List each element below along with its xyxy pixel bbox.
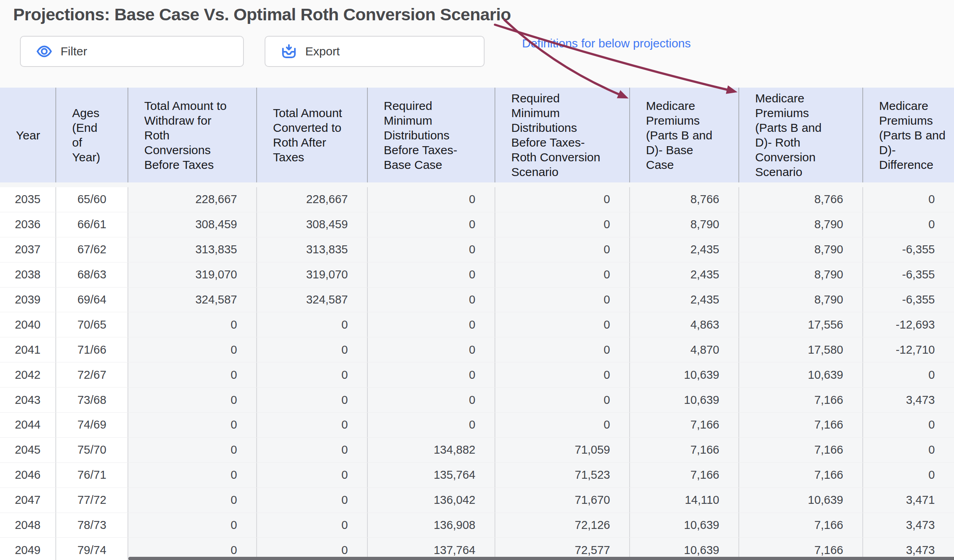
cell-rmd-base-case: 136,042 xyxy=(368,488,495,513)
cell-withdraw-roth-before-taxes: 0 xyxy=(128,513,257,538)
cell-ages: 70/65 xyxy=(56,312,128,337)
cell-ages: 76/71 xyxy=(56,463,128,488)
export-download-icon xyxy=(281,43,297,60)
cell-converted-roth-after-taxes: 308,459 xyxy=(257,212,368,237)
cell-year: 2040 xyxy=(0,312,56,337)
cell-medicare-difference: 0 xyxy=(863,438,954,462)
table-row-2043: 204373/68000010,6397,1663,473 xyxy=(0,388,954,413)
cell-year: 2035 xyxy=(0,187,56,212)
table-row-2045: 204575/7000134,88271,0597,1667,1660 xyxy=(0,438,954,463)
cell-year: 2042 xyxy=(0,362,56,387)
cell-year: 2037 xyxy=(0,237,56,262)
cell-rmd-roth-scenario: 0 xyxy=(495,337,630,362)
cell-medicare-roth-scenario: 10,639 xyxy=(739,488,863,513)
cell-rmd-roth-scenario: 0 xyxy=(495,187,630,212)
table-row-2038: 203868/63319,070319,070002,4358,790-6,35… xyxy=(0,262,954,288)
table-header-row: YearAges (End of Year)Total Amount to Wi… xyxy=(0,88,954,182)
cell-year: 2039 xyxy=(0,288,56,312)
cell-converted-roth-after-taxes: 319,070 xyxy=(257,262,368,287)
cell-year: 2046 xyxy=(0,463,56,488)
cell-medicare-roth-scenario: 7,166 xyxy=(739,513,863,538)
cell-medicare-difference: 3,473 xyxy=(863,513,954,538)
cell-rmd-roth-scenario: 0 xyxy=(495,262,630,287)
cell-medicare-roth-scenario: 8,790 xyxy=(739,212,863,237)
cell-converted-roth-after-taxes: 0 xyxy=(257,312,368,337)
cell-medicare-roth-scenario: 7,166 xyxy=(739,413,863,437)
cell-ages: 69/64 xyxy=(56,288,128,312)
filter-button[interactable]: Filter xyxy=(20,36,244,67)
cell-rmd-roth-scenario: 71,523 xyxy=(495,463,630,488)
cell-rmd-base-case: 136,908 xyxy=(368,513,495,538)
definitions-link[interactable]: Definitions for below projections xyxy=(522,37,691,50)
cell-ages: 65/60 xyxy=(56,187,128,212)
filter-button-label: Filter xyxy=(61,45,87,58)
cell-medicare-base-case: 8,790 xyxy=(630,212,739,237)
cell-ages: 72/67 xyxy=(56,362,128,387)
cell-rmd-base-case: 0 xyxy=(368,262,495,287)
table-row-2036: 203666/61308,459308,459008,7908,7900 xyxy=(0,212,954,237)
cell-converted-roth-after-taxes: 0 xyxy=(257,438,368,462)
cell-medicare-base-case: 2,435 xyxy=(630,237,739,262)
cell-medicare-roth-scenario: 7,166 xyxy=(739,463,863,488)
cell-year: 2045 xyxy=(0,438,56,462)
column-header-rmd-roth-scenario: Required Minimum Distributions Before Ta… xyxy=(495,88,630,182)
cell-rmd-base-case: 0 xyxy=(368,237,495,262)
cell-rmd-roth-scenario: 0 xyxy=(495,388,630,412)
cell-year: 2038 xyxy=(0,262,56,287)
cell-converted-roth-after-taxes: 0 xyxy=(257,362,368,387)
column-header-medicare-base-case: Medicare Premiums (Parts B and D)- Base … xyxy=(630,88,739,182)
table-row-2041: 204171/6600004,87017,580-12,710 xyxy=(0,337,954,362)
cell-medicare-difference: 0 xyxy=(863,187,954,212)
cell-ages: 66/61 xyxy=(56,212,128,237)
cell-rmd-base-case: 0 xyxy=(368,413,495,437)
cell-medicare-base-case: 10,639 xyxy=(630,513,739,538)
column-header-ages: Ages (End of Year) xyxy=(56,88,128,182)
cell-medicare-base-case: 7,166 xyxy=(630,438,739,462)
projections-page: Projections: Base Case Vs. Optimal Roth … xyxy=(0,0,954,560)
cell-converted-roth-after-taxes: 0 xyxy=(257,488,368,513)
cell-rmd-roth-scenario: 72,126 xyxy=(495,513,630,538)
eye-icon xyxy=(36,43,53,60)
cell-medicare-roth-scenario: 8,790 xyxy=(739,237,863,262)
cell-withdraw-roth-before-taxes: 308,459 xyxy=(128,212,257,237)
cell-converted-roth-after-taxes: 0 xyxy=(257,413,368,437)
table-row-2035: 203565/60228,667228,667008,7668,7660 xyxy=(0,187,954,212)
cell-converted-roth-after-taxes: 313,835 xyxy=(257,237,368,262)
cell-medicare-base-case: 7,166 xyxy=(630,463,739,488)
cell-withdraw-roth-before-taxes: 319,070 xyxy=(128,262,257,287)
table-body: 203565/60228,667228,667008,7668,76602036… xyxy=(0,182,954,560)
table-row-2048: 204878/7300136,90872,12610,6397,1663,473 xyxy=(0,513,954,538)
table-row-2042: 204272/67000010,63910,6390 xyxy=(0,362,954,388)
cell-ages: 77/72 xyxy=(56,488,128,513)
cell-withdraw-roth-before-taxes: 0 xyxy=(128,388,257,412)
cell-withdraw-roth-before-taxes: 228,667 xyxy=(128,187,257,212)
cell-medicare-base-case: 2,435 xyxy=(630,262,739,287)
cell-medicare-roth-scenario: 17,580 xyxy=(739,337,863,362)
cell-rmd-roth-scenario: 0 xyxy=(495,237,630,262)
cell-medicare-difference: 0 xyxy=(863,212,954,237)
annotation-arrow-to-medicare-base-case xyxy=(504,20,620,95)
cell-medicare-roth-scenario: 7,166 xyxy=(739,438,863,462)
cell-ages: 78/73 xyxy=(56,513,128,538)
cell-rmd-base-case: 0 xyxy=(368,337,495,362)
export-button[interactable]: Export xyxy=(265,36,485,67)
cell-rmd-roth-scenario: 71,059 xyxy=(495,438,630,462)
cell-medicare-base-case: 8,766 xyxy=(630,187,739,212)
table-row-2046: 204676/7100135,76471,5237,1667,1660 xyxy=(0,463,954,488)
cell-medicare-difference: 0 xyxy=(863,413,954,437)
cell-medicare-difference: 0 xyxy=(863,463,954,488)
cell-converted-roth-after-taxes: 228,667 xyxy=(257,187,368,212)
cell-medicare-difference: -12,693 xyxy=(863,312,954,337)
cell-medicare-difference: 3,473 xyxy=(863,388,954,412)
cell-medicare-roth-scenario: 17,556 xyxy=(739,312,863,337)
cell-medicare-roth-scenario: 7,166 xyxy=(739,388,863,412)
cell-withdraw-roth-before-taxes: 313,835 xyxy=(128,237,257,262)
horizontal-scrollbar-thumb[interactable] xyxy=(128,557,954,560)
cell-rmd-base-case: 135,764 xyxy=(368,463,495,488)
cell-withdraw-roth-before-taxes: 0 xyxy=(128,438,257,462)
cell-medicare-roth-scenario: 8,790 xyxy=(739,262,863,287)
table-row-2040: 204070/6500004,86317,556-12,693 xyxy=(0,312,954,337)
cell-withdraw-roth-before-taxes: 324,587 xyxy=(128,288,257,312)
cell-rmd-base-case: 0 xyxy=(368,187,495,212)
cell-medicare-difference: 3,471 xyxy=(863,488,954,513)
